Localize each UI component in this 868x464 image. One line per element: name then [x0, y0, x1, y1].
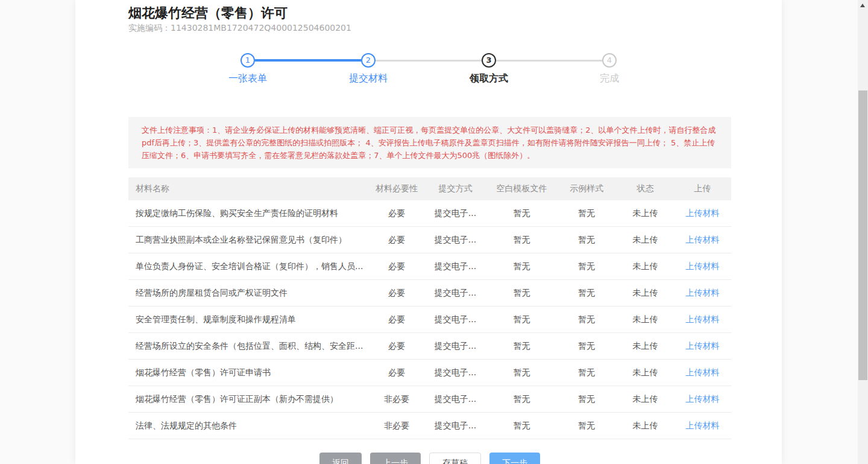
- main-content: 烟花爆竹经营（零售）许可 实施编码：11430281MB1720472Q4000…: [128, 0, 731, 464]
- table-row: 单位负责人身份证、安全培训合格证（复印件），销售人员...必要提交电子...暂无…: [128, 253, 731, 280]
- upload-material-link[interactable]: 上传材料: [686, 208, 720, 218]
- cell-sample: 暂无: [556, 235, 617, 246]
- step-circle: 4: [602, 53, 617, 68]
- table-body: 按规定缴纳工伤保险、购买安全生产责任险的证明材料必要提交电子...暂无暂无未上传…: [128, 200, 731, 439]
- upload-material-link[interactable]: 上传材料: [686, 314, 720, 324]
- cell-sample: 暂无: [556, 367, 617, 378]
- step-circle: 1: [241, 53, 255, 68]
- table-row: 安全管理责任制、规章制度和操作规程清单必要提交电子...暂无暂无未上传上传材料: [128, 307, 731, 333]
- table-row: 按规定缴纳工伤保险、购买安全生产责任险的证明材料必要提交电子...暂无暂无未上传…: [128, 200, 731, 227]
- upload-material-link[interactable]: 上传材料: [686, 288, 720, 297]
- cell-method: 提交电子...: [424, 288, 487, 299]
- cell-template: 暂无: [487, 421, 556, 431]
- column-header: 示例样式: [556, 183, 617, 194]
- cell-required: 非必要: [370, 394, 424, 405]
- column-header: 空白模板文件: [487, 183, 556, 194]
- next-step-button[interactable]: 下一步: [489, 453, 540, 464]
- upload-notice: 文件上传注意事项：1、请企业务必保证上传的材料能够预览清晰、端正可正视，每页盖提…: [128, 117, 731, 168]
- back-button[interactable]: 返回: [319, 453, 362, 464]
- cell-required: 必要: [370, 367, 424, 378]
- step-label: 一张表单: [212, 72, 284, 85]
- cell-template: 暂无: [487, 235, 556, 246]
- cell-required: 必要: [370, 235, 424, 246]
- cell-material-name: 法律、法规规定的其他条件: [128, 421, 370, 431]
- prev-step-button[interactable]: 上一步: [370, 453, 421, 464]
- cell-upload: 上传材料: [674, 394, 731, 405]
- cell-status: 未上传: [617, 235, 674, 246]
- cell-sample: 暂无: [556, 394, 617, 405]
- cell-upload: 上传材料: [674, 367, 731, 378]
- cell-status: 未上传: [617, 261, 674, 272]
- column-header: 材料必要性: [370, 183, 424, 194]
- cell-sample: 暂无: [556, 208, 617, 219]
- step-circle: 3: [482, 53, 496, 68]
- upload-material-link[interactable]: 上传材料: [686, 235, 720, 244]
- cell-sample: 暂无: [556, 314, 617, 325]
- scroll-up-arrow-icon[interactable]: [860, 4, 865, 7]
- materials-table: 材料名称材料必要性提交方式空白模板文件示例样式状态上传 按规定缴纳工伤保险、购买…: [128, 177, 731, 439]
- cell-sample: 暂无: [556, 421, 617, 431]
- cell-upload: 上传材料: [674, 314, 731, 325]
- save-draft-button[interactable]: 存草稿: [429, 453, 481, 464]
- step-circle: 2: [361, 53, 376, 68]
- cell-template: 暂无: [487, 341, 556, 352]
- table-row: 经营场所的房屋租赁合同或产权证明文件必要提交电子...暂无暂无未上传上传材料: [128, 280, 731, 307]
- cell-template: 暂无: [487, 288, 556, 299]
- cell-material-name: 安全管理责任制、规章制度和操作规程清单: [128, 314, 370, 325]
- cell-method: 提交电子...: [424, 421, 487, 431]
- cell-method: 提交电子...: [424, 235, 487, 246]
- content-card: 烟花爆竹经营（零售）许可 实施编码：11430281MB1720472Q4000…: [75, 0, 782, 464]
- cell-upload: 上传材料: [674, 341, 731, 352]
- table-row: 法律、法规规定的其他条件非必要提交电子...暂无暂无未上传上传材料: [128, 413, 731, 439]
- step-complete: 4 完成: [573, 53, 646, 85]
- implementation-code: 实施编码：11430281MB1720472Q400012504600201: [128, 23, 731, 34]
- step-submit-materials: 2 提交材料: [332, 53, 404, 85]
- scrollbar-thumb[interactable]: [858, 91, 867, 380]
- page-title: 烟花爆竹经营（零售）许可: [128, 5, 731, 21]
- cell-method: 提交电子...: [424, 367, 487, 378]
- upload-material-link[interactable]: 上传材料: [686, 394, 720, 404]
- cell-sample: 暂无: [556, 261, 617, 272]
- cell-upload: 上传材料: [674, 421, 731, 431]
- upload-material-link[interactable]: 上传材料: [686, 341, 720, 351]
- step-label: 完成: [573, 72, 646, 85]
- cell-status: 未上传: [617, 394, 674, 405]
- table-row: 烟花爆竹经营（零售）许可证申请书必要提交电子...暂无暂无未上传上传材料: [128, 360, 731, 386]
- table-header: 材料名称材料必要性提交方式空白模板文件示例样式状态上传: [128, 177, 731, 200]
- cell-required: 必要: [370, 261, 424, 272]
- cell-method: 提交电子...: [424, 314, 487, 325]
- upload-material-link[interactable]: 上传材料: [686, 421, 720, 430]
- upload-notice-text: 文件上传注意事项：1、请企业务必保证上传的材料能够预览清晰、端正可正视，每页盖提…: [142, 126, 716, 160]
- column-header: 上传: [674, 183, 731, 194]
- cell-template: 暂无: [487, 261, 556, 272]
- cell-sample: 暂无: [556, 288, 617, 299]
- cell-method: 提交电子...: [424, 394, 487, 405]
- cell-required: 非必要: [370, 421, 424, 431]
- stepper: 1 一张表单 2 提交材料 3 领取方式 4 完成: [128, 53, 731, 88]
- column-header: 提交方式: [424, 183, 487, 194]
- cell-template: 暂无: [487, 314, 556, 325]
- cell-required: 必要: [370, 314, 424, 325]
- cell-required: 必要: [370, 341, 424, 352]
- cell-method: 提交电子...: [424, 341, 487, 352]
- cell-material-name: 单位负责人身份证、安全培训合格证（复印件），销售人员...: [128, 261, 370, 272]
- cell-status: 未上传: [617, 421, 674, 431]
- cell-template: 暂无: [487, 394, 556, 405]
- cell-template: 暂无: [487, 208, 556, 219]
- table-row: 工商营业执照副本或企业名称登记保留意见书（复印件）必要提交电子...暂无暂无未上…: [128, 227, 731, 253]
- cell-required: 必要: [370, 288, 424, 299]
- cell-upload: 上传材料: [674, 208, 731, 219]
- cell-material-name: 按规定缴纳工伤保险、购买安全生产责任险的证明材料: [128, 208, 370, 219]
- column-header: 状态: [617, 183, 674, 194]
- cell-method: 提交电子...: [424, 261, 487, 272]
- step-label: 提交材料: [332, 72, 404, 85]
- cell-upload: 上传材料: [674, 288, 731, 299]
- upload-material-link[interactable]: 上传材料: [686, 367, 720, 377]
- upload-material-link[interactable]: 上传材料: [686, 261, 720, 271]
- cell-status: 未上传: [617, 341, 674, 352]
- cell-material-name: 工商营业执照副本或企业名称登记保留意见书（复印件）: [128, 235, 370, 246]
- cell-template: 暂无: [487, 367, 556, 378]
- cell-upload: 上传材料: [674, 235, 731, 246]
- cell-status: 未上传: [617, 314, 674, 325]
- scrollbar[interactable]: [858, 0, 868, 464]
